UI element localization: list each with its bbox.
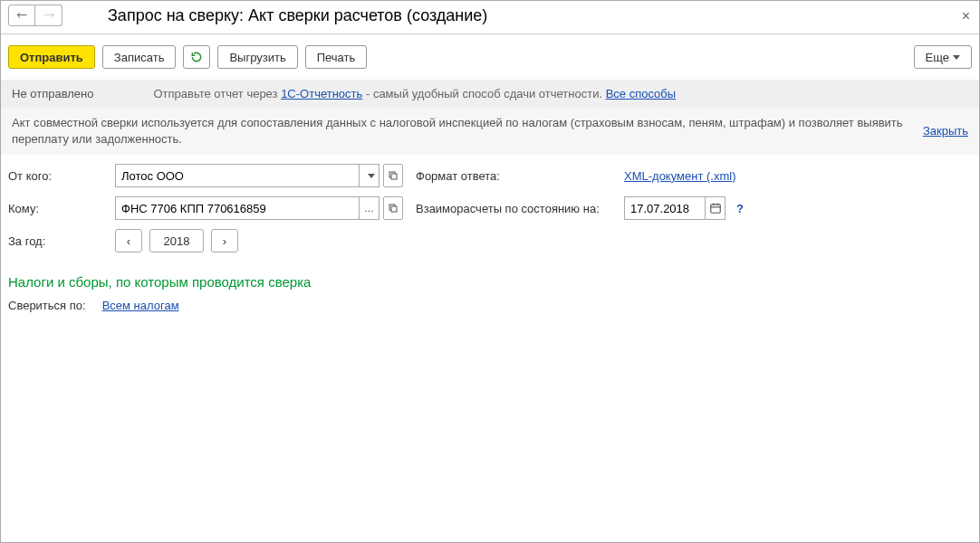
more-button[interactable]: Еще: [914, 45, 972, 69]
from-label: От кого:: [8, 169, 115, 183]
format-link[interactable]: XML-документ (.xml): [624, 169, 735, 183]
reporting-link[interactable]: 1С-Отчетность: [281, 87, 362, 100]
status-text: Не отправлено: [12, 87, 93, 100]
export-button[interactable]: Выгрузить: [217, 45, 297, 69]
to-input[interactable]: [115, 196, 360, 220]
close-icon: ×: [962, 8, 970, 24]
nav-forward-button[interactable]: 🡒: [35, 5, 62, 26]
all-methods-link[interactable]: Все способы: [606, 87, 676, 100]
from-input[interactable]: [115, 164, 360, 187]
ellipsis-icon: …: [364, 203, 374, 214]
year-value[interactable]: 2018: [149, 229, 204, 252]
section-title: Налоги и сборы, по которым проводится св…: [8, 274, 972, 290]
open-icon: [389, 204, 398, 213]
arrow-left-icon: 🡐: [16, 9, 27, 22]
svg-rect-1: [391, 174, 397, 179]
from-open-button[interactable]: [383, 164, 403, 187]
nav-back-button[interactable]: 🡐: [8, 5, 35, 26]
help-button[interactable]: ?: [736, 202, 744, 215]
more-label: Еще: [926, 51, 949, 64]
to-label: Кому:: [8, 202, 115, 215]
info-text: Акт совместной сверки используется для с…: [12, 115, 914, 148]
svg-rect-3: [391, 206, 397, 212]
asof-input[interactable]: [624, 196, 706, 220]
send-button[interactable]: Отправить: [8, 45, 95, 69]
reconcile-link[interactable]: Всем налогам: [102, 299, 179, 312]
to-select-button[interactable]: …: [360, 196, 380, 220]
to-open-button[interactable]: [383, 196, 403, 220]
asof-label: Взаиморасчеты по состоянию на:: [416, 202, 624, 215]
open-icon: [389, 171, 398, 180]
arrow-right-icon: 🡒: [43, 9, 54, 22]
from-dropdown-button[interactable]: [360, 164, 380, 187]
refresh-button[interactable]: [183, 45, 210, 69]
print-button[interactable]: Печать: [305, 45, 368, 69]
status-hint: Отправьте отчет через 1С-Отчетность - са…: [153, 87, 676, 100]
chevron-down-icon: [368, 174, 375, 178]
refresh-icon: [190, 51, 203, 63]
asof-calendar-button[interactable]: [706, 196, 725, 220]
svg-rect-4: [710, 205, 720, 213]
calendar-icon: [709, 202, 722, 214]
page-title: Запрос на сверку: Акт сверки расчетов (с…: [108, 6, 487, 25]
close-button[interactable]: ×: [962, 8, 970, 24]
chevron-left-icon: ‹: [127, 234, 130, 248]
info-close-link[interactable]: Закрыть: [923, 123, 968, 139]
format-label: Формат ответа:: [416, 169, 624, 183]
chevron-down-icon: [953, 55, 960, 60]
year-prev-button[interactable]: ‹: [115, 229, 142, 252]
year-next-button[interactable]: ›: [211, 229, 238, 252]
reconcile-label: Свериться по:: [8, 299, 86, 312]
year-label: За год:: [8, 234, 115, 248]
save-button[interactable]: Записать: [102, 45, 177, 69]
chevron-right-icon: ›: [223, 234, 226, 248]
